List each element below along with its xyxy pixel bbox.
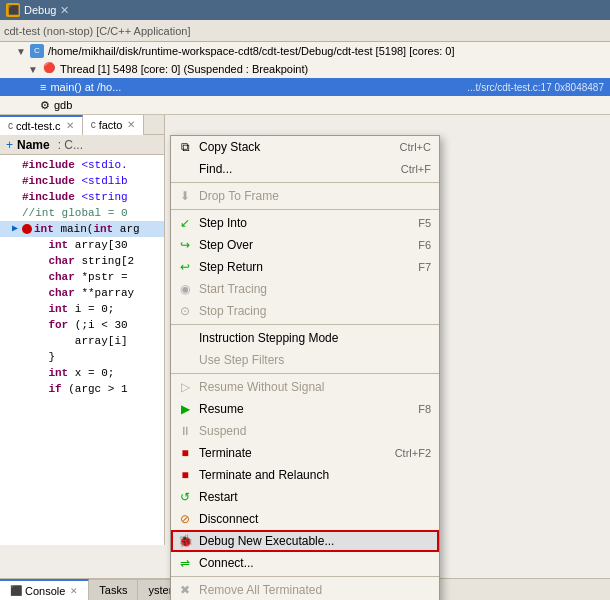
resume-icon: ▶ <box>177 401 193 417</box>
step-into-icon: ↙ <box>177 215 193 231</box>
resume-label: Resume <box>199 402 244 416</box>
remove-icon: ✖ <box>177 582 193 598</box>
thread-icon: 🔴 <box>42 62 56 76</box>
menu-find[interactable]: Find... Ctrl+F <box>171 158 439 180</box>
menu-step-return[interactable]: ↩ Step Return F7 <box>171 256 439 278</box>
separator-3 <box>171 324 439 325</box>
step-into-shortcut: F5 <box>418 217 431 229</box>
menu-copy-stack[interactable]: ⧉ Copy Stack Ctrl+C <box>171 136 439 158</box>
instruction-stepping-icon <box>177 330 193 346</box>
menu-stop-tracing[interactable]: ⊙ Stop Tracing <box>171 300 439 322</box>
menu-restart[interactable]: ↺ Restart <box>171 486 439 508</box>
expand-icon2: ▼ <box>28 64 38 75</box>
separator-5 <box>171 576 439 577</box>
menu-terminate-relaunch[interactable]: ■ Terminate and Relaunch <box>171 464 439 486</box>
find-label: Find... <box>199 162 232 176</box>
terminate-relaunch-icon: ■ <box>177 467 193 483</box>
stack-address: ...t/src/cdt-test.c:17 0x8048487 <box>467 82 604 93</box>
code-line-highlighted: ▶ int main(int arg <box>0 221 164 237</box>
name-col-header: Name <box>17 138 50 152</box>
menu-disconnect[interactable]: ⊘ Disconnect <box>171 508 439 530</box>
code-line: //int global = 0 <box>0 205 164 221</box>
menu-resume-no-signal[interactable]: ▷ Resume Without Signal <box>171 376 439 398</box>
breakpoint-marker <box>22 224 32 234</box>
title-label: Debug <box>24 4 56 16</box>
tab-facto[interactable]: c facto ✕ <box>83 115 145 135</box>
menu-step-over[interactable]: ↪ Step Over F6 <box>171 234 439 256</box>
menu-terminate[interactable]: ■ Terminate Ctrl+F2 <box>171 442 439 464</box>
menu-start-tracing[interactable]: ◉ Start Tracing <box>171 278 439 300</box>
stack-icon: ≡ <box>40 81 46 93</box>
close-console[interactable]: ✕ <box>70 586 78 596</box>
thread-row[interactable]: ▼ 🔴 Thread [1] 5498 [core: 0] (Suspended… <box>0 60 610 78</box>
expand-icon: ▼ <box>16 46 26 57</box>
code-line: #include <string <box>0 189 164 205</box>
debug-new-label: Debug New Executable... <box>199 534 334 548</box>
tab-tasks[interactable]: Tasks <box>89 579 138 601</box>
console-icon: ⬛ <box>10 585 22 596</box>
terminate-shortcut: Ctrl+F2 <box>395 447 431 459</box>
thread-label: Thread [1] 5498 [core: 0] (Suspended : B… <box>60 63 308 75</box>
menu-use-step-filters[interactable]: Use Step Filters <box>171 349 439 371</box>
find-shortcut: Ctrl+F <box>401 163 431 175</box>
gdb-row[interactable]: ⚙ gdb <box>0 96 610 114</box>
terminate-label: Terminate <box>199 446 252 460</box>
find-icon <box>177 161 193 177</box>
step-filters-icon <box>177 352 193 368</box>
debug-icon: ⬛ <box>6 3 20 17</box>
vars-header: + Name : C... <box>0 135 164 155</box>
connect-label: Connect... <box>199 556 254 570</box>
menu-suspend[interactable]: ⏸ Suspend <box>171 420 439 442</box>
title-close[interactable]: ✕ <box>60 4 69 17</box>
code-line: char **parray <box>0 285 164 301</box>
code-line: } <box>0 349 164 365</box>
add-var-icon[interactable]: + <box>6 138 13 152</box>
disconnect-icon: ⊘ <box>177 511 193 527</box>
menu-debug-new-executable[interactable]: 🐞 Debug New Executable... <box>171 530 439 552</box>
menu-remove-all-terminated[interactable]: ✖ Remove All Terminated <box>171 579 439 600</box>
close-tab-2[interactable]: ✕ <box>127 119 135 130</box>
terminate-relaunch-label: Terminate and Relaunch <box>199 468 329 482</box>
menu-instruction-stepping[interactable]: Instruction Stepping Mode <box>171 327 439 349</box>
main-area: c cdt-test.c ✕ c facto ✕ + Name : C... #… <box>0 115 610 545</box>
code-line: char *pstr = <box>0 269 164 285</box>
resume-shortcut: F8 <box>418 403 431 415</box>
debug-toolbar: cdt-test (non-stop) [C/C++ Application] <box>0 20 610 42</box>
editor-tabs: c cdt-test.c ✕ c facto ✕ <box>0 115 164 135</box>
menu-connect[interactable]: ⇌ Connect... <box>171 552 439 574</box>
drop-frame-icon: ⬇ <box>177 188 193 204</box>
process-path: /home/mikhail/disk/runtime-workspace-cdt… <box>48 45 455 57</box>
process-row[interactable]: ▼ C /home/mikhail/disk/runtime-workspace… <box>0 42 610 60</box>
stack-frame-row[interactable]: ≡ main() at /ho... ...t/src/cdt-test.c:1… <box>0 78 610 96</box>
thread-panel: ▼ C /home/mikhail/disk/runtime-workspace… <box>0 42 610 115</box>
restart-label: Restart <box>199 490 238 504</box>
c-file-icon: c <box>8 120 13 131</box>
code-line: int array[30 <box>0 237 164 253</box>
gdb-label: gdb <box>54 99 72 111</box>
val-col-header: : C... <box>58 138 83 152</box>
separator-1 <box>171 182 439 183</box>
step-return-label: Step Return <box>199 260 263 274</box>
menu-drop-to-frame[interactable]: ⬇ Drop To Frame <box>171 185 439 207</box>
step-over-label: Step Over <box>199 238 253 252</box>
start-tracing-icon: ◉ <box>177 281 193 297</box>
separator-4 <box>171 373 439 374</box>
close-tab-1[interactable]: ✕ <box>66 120 74 131</box>
menu-step-into[interactable]: ↙ Step Into F5 <box>171 212 439 234</box>
menu-resume[interactable]: ▶ Resume F8 <box>171 398 439 420</box>
tab-cdt-test[interactable]: c cdt-test.c ✕ <box>0 115 83 135</box>
step-over-icon: ↪ <box>177 237 193 253</box>
connect-icon: ⇌ <box>177 555 193 571</box>
code-line: #include <stdio. <box>0 157 164 173</box>
tab-console[interactable]: ⬛ Console ✕ <box>0 579 89 601</box>
tasks-label: Tasks <box>99 584 127 596</box>
title-bar: ⬛ Debug ✕ <box>0 0 610 20</box>
context-menu: ⧉ Copy Stack Ctrl+C Find... Ctrl+F ⬇ Dro… <box>170 135 440 600</box>
step-into-label: Step Into <box>199 216 247 230</box>
use-step-filters-label: Use Step Filters <box>199 353 284 367</box>
resume-no-signal-icon: ▷ <box>177 379 193 395</box>
copy-stack-label: Copy Stack <box>199 140 260 154</box>
code-line: #include <stdlib <box>0 173 164 189</box>
stack-label: main() at /ho... <box>50 81 121 93</box>
suspend-label: Suspend <box>199 424 246 438</box>
